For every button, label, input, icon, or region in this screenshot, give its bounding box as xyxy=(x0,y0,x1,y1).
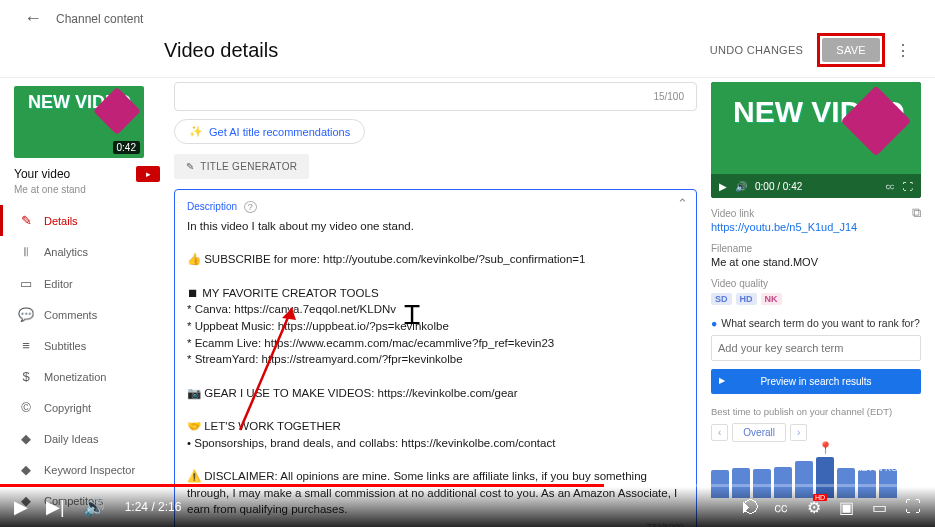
undo-changes-button[interactable]: UNDO CHANGES xyxy=(710,44,803,56)
diamond-icon: ◆ xyxy=(14,431,38,446)
sidebar-item-editor[interactable]: ▭Editor xyxy=(14,268,160,299)
more-options-icon[interactable]: ⋮ xyxy=(895,41,911,60)
sidebar-item-comments[interactable]: 💬Comments xyxy=(14,299,160,330)
subtitles-icon: ≡ xyxy=(14,338,38,353)
best-time-prev[interactable]: ‹ xyxy=(711,424,728,441)
preview-time: 0:00 / 0:42 xyxy=(755,181,802,192)
quality-sd-badge: SD xyxy=(711,293,732,305)
sidebar-item-analytics[interactable]: ⫴Analytics xyxy=(14,236,160,268)
back-arrow-icon[interactable]: ← xyxy=(24,8,42,29)
video-info-panel: NEW VIDEO ▶ 🔊 0:00 / 0:42 ㏄ ⛶ Video link… xyxy=(711,78,921,527)
comments-icon: 💬 xyxy=(14,307,38,322)
sidebar-nav: ✎Details ⫴Analytics ▭Editor 💬Comments ≡S… xyxy=(14,205,160,527)
channel-content-link[interactable]: Channel content xyxy=(56,12,143,26)
sparkle-icon: ✨ xyxy=(189,125,203,138)
video-sidebar: NEW VIDEO 0:42 Your video ▸ Me at one st… xyxy=(0,78,160,527)
title-char-count: 15/100 xyxy=(653,91,684,102)
copy-link-icon[interactable]: ⧉ xyxy=(912,205,921,221)
wand-icon: ✎ xyxy=(186,161,194,172)
video-editor-main: 15/100 ✨ Get AI title recommendations ✎ … xyxy=(174,78,697,527)
pencil-icon: ✎ xyxy=(14,213,38,228)
miniplayer-icon[interactable]: ▣ xyxy=(839,498,854,517)
dollar-icon: $ xyxy=(14,369,38,384)
sidebar-item-details[interactable]: ✎Details xyxy=(0,205,160,236)
sidebar-item-daily-ideas[interactable]: ◆Daily Ideas xyxy=(14,423,160,454)
autoplay-toggle[interactable]: ⏵⃝ xyxy=(739,498,755,516)
save-button-highlight: SAVE xyxy=(817,33,885,67)
video-subtitle: Me at one stand xyxy=(14,184,160,195)
description-box[interactable]: ⌃ Description ? In this video I talk abo… xyxy=(174,189,697,527)
player-controls: ▶ ▶| 🔊 1:24 / 2:16 ⏵⃝ ㏄ ⚙HD ▣ ▭ ⛶ xyxy=(0,487,935,527)
best-time-label: Best time to publish on your channel (ED… xyxy=(711,406,921,417)
help-icon[interactable]: ? xyxy=(244,201,257,213)
hd-badge: HD xyxy=(813,494,827,501)
channel-watermark: KEVIN KOLBE xyxy=(855,463,915,473)
thumbnail-duration: 0:42 xyxy=(113,141,140,154)
best-time-next[interactable]: › xyxy=(790,424,807,441)
filename-label: Filename xyxy=(711,243,921,254)
diamond-icon: ◆ xyxy=(14,462,38,477)
analytics-icon: ⫴ xyxy=(14,244,38,260)
video-preview[interactable]: NEW VIDEO ▶ 🔊 0:00 / 0:42 ㏄ ⛶ xyxy=(711,82,921,198)
preview-volume-icon[interactable]: 🔊 xyxy=(735,181,747,192)
video-state-badge[interactable]: ▸ xyxy=(136,166,160,182)
preview-cc-icon[interactable]: ㏄ xyxy=(885,179,895,193)
filename-value: Me at one stand.MOV xyxy=(711,256,921,268)
video-thumbnail[interactable]: NEW VIDEO 0:42 xyxy=(14,86,144,158)
theater-icon[interactable]: ▭ xyxy=(872,498,887,517)
save-button[interactable]: SAVE xyxy=(822,38,880,62)
next-icon[interactable]: ▶| xyxy=(46,496,65,518)
description-text[interactable]: In this video I talk about my video one … xyxy=(187,218,684,518)
video-link-label: Video link xyxy=(711,208,921,219)
title-generator-button[interactable]: ✎ TITLE GENERATOR xyxy=(174,154,309,179)
video-link[interactable]: https://youtu.be/n5_K1ud_J14 xyxy=(711,221,921,233)
your-video-label: Your video xyxy=(14,167,136,181)
search-term-prompt: ●What search term do you want to rank fo… xyxy=(711,317,921,329)
sidebar-item-monetization[interactable]: $Monetization xyxy=(14,361,160,392)
ai-title-button[interactable]: ✨ Get AI title recommendations xyxy=(174,119,365,144)
collapse-icon[interactable]: ⌃ xyxy=(677,196,688,211)
title-input-box[interactable]: 15/100 xyxy=(174,82,697,111)
preview-search-button[interactable]: Preview in search results xyxy=(711,369,921,394)
page-title: Video details xyxy=(164,39,710,62)
quality-label: Video quality xyxy=(711,278,921,289)
search-term-input[interactable] xyxy=(711,335,921,361)
play-icon[interactable]: ▶ xyxy=(14,496,28,518)
editor-icon: ▭ xyxy=(14,276,38,291)
fullscreen-icon[interactable]: ⛶ xyxy=(905,498,921,516)
cc-icon[interactable]: ㏄ xyxy=(773,497,789,518)
sidebar-item-subtitles[interactable]: ≡Subtitles xyxy=(14,330,160,361)
best-time-tab-overall[interactable]: Overall xyxy=(732,423,786,442)
copyright-icon: © xyxy=(14,400,38,415)
quality-nk-badge: NK xyxy=(761,293,782,305)
quality-hd-badge: HD xyxy=(736,293,757,305)
sidebar-item-keyword-inspector[interactable]: ◆Keyword Inspector xyxy=(14,454,160,485)
volume-icon[interactable]: 🔊 xyxy=(83,496,105,518)
sidebar-item-copyright[interactable]: ©Copyright xyxy=(14,392,160,423)
preview-play-icon[interactable]: ▶ xyxy=(719,181,727,192)
preview-fullscreen-icon[interactable]: ⛶ xyxy=(903,181,913,192)
player-time: 1:24 / 2:16 xyxy=(125,500,182,514)
settings-icon[interactable]: ⚙HD xyxy=(807,498,821,517)
description-label: Description ? xyxy=(187,201,257,212)
